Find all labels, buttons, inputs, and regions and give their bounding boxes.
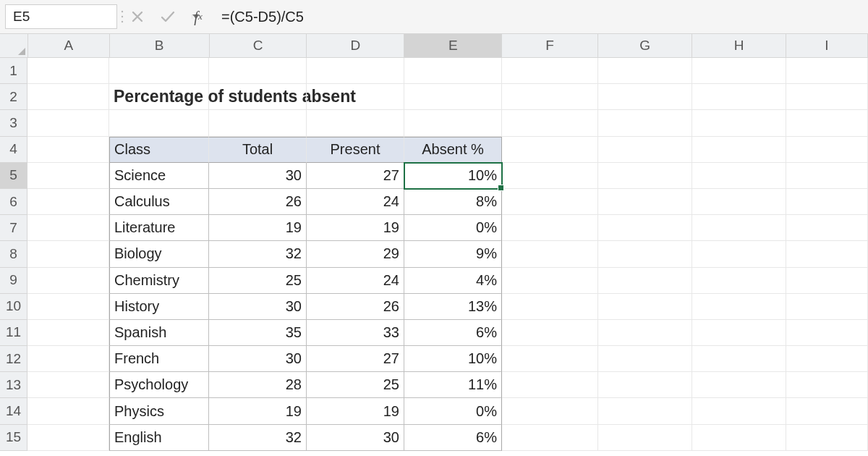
cell[interactable] [502, 241, 598, 267]
cell[interactable] [209, 84, 307, 110]
cell[interactable] [307, 84, 404, 110]
cell[interactable] [786, 241, 868, 267]
cell[interactable] [598, 294, 692, 320]
column-header-I[interactable]: I [786, 34, 868, 57]
cell[interactable]: 19 [307, 215, 404, 241]
cell[interactable] [692, 58, 786, 84]
cell[interactable]: 35 [209, 320, 307, 346]
cell[interactable] [27, 372, 109, 398]
column-header-E[interactable]: E [404, 34, 502, 57]
cell[interactable] [598, 320, 692, 346]
cell[interactable] [786, 215, 868, 241]
cell[interactable]: 28 [209, 372, 307, 398]
cell[interactable] [27, 294, 109, 320]
cell[interactable] [598, 137, 692, 163]
cell[interactable] [27, 110, 109, 136]
cell[interactable]: 26 [209, 189, 307, 215]
row-header-7[interactable]: 7 [0, 215, 27, 241]
cell[interactable] [786, 189, 868, 215]
cell[interactable] [598, 58, 692, 84]
cell[interactable]: 30 [209, 294, 307, 320]
cell[interactable] [27, 215, 109, 241]
enter-icon[interactable] [159, 8, 176, 25]
row-header-11[interactable]: 11 [0, 320, 27, 346]
row-header-13[interactable]: 13 [0, 372, 27, 398]
cell[interactable] [692, 84, 786, 110]
cell[interactable] [786, 294, 868, 320]
cell[interactable] [109, 58, 209, 84]
cells-area[interactable]: Percentage of students absentClassTotalP… [27, 58, 868, 451]
cell[interactable] [692, 320, 786, 346]
row-header-5[interactable]: 5 [0, 163, 27, 189]
cell[interactable]: 19 [209, 398, 307, 424]
cell[interactable] [307, 58, 404, 84]
row-header-14[interactable]: 14 [0, 398, 27, 424]
cell[interactable]: 24 [307, 268, 404, 294]
cell[interactable]: 13% [404, 294, 502, 320]
column-header-B[interactable]: B [110, 34, 210, 57]
cell[interactable]: English [109, 425, 209, 451]
cell[interactable] [307, 110, 404, 136]
cell[interactable]: 19 [307, 398, 404, 424]
cell[interactable]: 9% [404, 241, 502, 267]
cell[interactable] [209, 110, 307, 136]
cell[interactable] [692, 346, 786, 372]
row-header-10[interactable]: 10 [0, 294, 27, 320]
cell[interactable] [598, 189, 692, 215]
cell[interactable] [786, 84, 868, 110]
cell[interactable] [27, 398, 109, 424]
cell[interactable] [27, 320, 109, 346]
cell[interactable] [502, 320, 598, 346]
cell[interactable]: 0% [404, 398, 502, 424]
cell[interactable] [786, 163, 868, 189]
cell[interactable]: 27 [307, 163, 404, 189]
cell[interactable] [502, 163, 598, 189]
cell[interactable]: French [109, 346, 209, 372]
row-header-4[interactable]: 4 [0, 137, 27, 163]
cell[interactable] [502, 137, 598, 163]
row-header-9[interactable]: 9 [0, 268, 27, 294]
cell[interactable] [27, 84, 109, 110]
cell[interactable]: 25 [307, 372, 404, 398]
cell[interactable]: 10% [404, 163, 502, 189]
formula-input[interactable]: =(C5-D5)/C5 [213, 4, 863, 29]
cell[interactable]: 10% [404, 346, 502, 372]
column-header-A[interactable]: A [28, 34, 110, 57]
cell[interactable]: 32 [209, 241, 307, 267]
cell[interactable]: 26 [307, 294, 404, 320]
cell[interactable] [692, 215, 786, 241]
cell[interactable] [786, 110, 868, 136]
cell[interactable] [692, 398, 786, 424]
cell[interactable] [109, 110, 209, 136]
cell[interactable]: 6% [404, 320, 502, 346]
column-header-D[interactable]: D [307, 34, 404, 57]
row-header-8[interactable]: 8 [0, 241, 27, 267]
cell[interactable] [692, 110, 786, 136]
cell[interactable] [502, 372, 598, 398]
cell[interactable]: Science [109, 163, 209, 189]
cell[interactable] [404, 58, 502, 84]
cell[interactable] [692, 189, 786, 215]
cell[interactable] [598, 346, 692, 372]
cell[interactable]: Biology [109, 241, 209, 267]
cell[interactable]: Present [307, 137, 404, 163]
cell[interactable] [502, 84, 598, 110]
cell[interactable] [27, 163, 109, 189]
cell[interactable] [598, 241, 692, 267]
row-header-3[interactable]: 3 [0, 110, 27, 136]
cell[interactable]: Psychology [109, 372, 209, 398]
cell[interactable] [502, 398, 598, 424]
cell[interactable] [598, 110, 692, 136]
cell[interactable] [692, 372, 786, 398]
cell[interactable] [502, 189, 598, 215]
cell[interactable] [598, 398, 692, 424]
cell[interactable] [786, 137, 868, 163]
cell[interactable]: 27 [307, 346, 404, 372]
select-all-corner[interactable] [0, 34, 28, 57]
cancel-icon[interactable] [129, 8, 146, 25]
cell[interactable] [502, 346, 598, 372]
cell[interactable]: 8% [404, 189, 502, 215]
cell[interactable]: 30 [209, 346, 307, 372]
row-header-6[interactable]: 6 [0, 189, 27, 215]
cell[interactable] [598, 425, 692, 451]
